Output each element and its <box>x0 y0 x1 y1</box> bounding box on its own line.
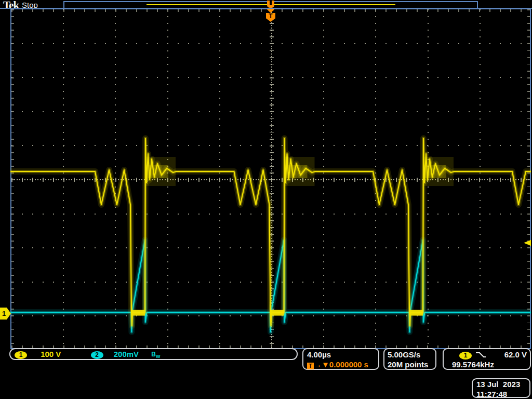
falling-edge-icon <box>475 351 486 358</box>
acquisition-readout-box: 5.00GS/s 20M points <box>383 348 436 370</box>
bandwidth-limit-indicator: BW <box>151 351 160 358</box>
channel-readout-box: 1 100 V 2 200mV BW <box>9 348 298 360</box>
trigger-source-badge: 1 <box>459 352 472 360</box>
record-length: 20M points <box>388 360 435 369</box>
trigger-delay-value: 0.000000 s <box>329 360 368 369</box>
ch1-badge: 1 <box>15 351 27 359</box>
ch2-badge: 2 <box>91 351 103 359</box>
ch2-scale: 200mV <box>114 350 139 358</box>
arrow-icon: → <box>314 360 322 369</box>
waveform-display <box>0 0 532 399</box>
trigger-level-value: 62.0 V <box>504 350 527 360</box>
marker-icon: ▼ <box>322 360 329 369</box>
trigger-delay-readout: T→▼0.000000 s <box>307 360 378 369</box>
sample-rate: 5.00GS/s <box>388 350 435 360</box>
date-text: 13 Jul 2023 <box>476 379 529 389</box>
trigger-delay-t-icon: T <box>307 363 314 369</box>
datetime-box: 13 Jul 2023 11:27:48 <box>472 378 530 398</box>
trigger-readout-box: 1 62.0 V 99.5764kHz <box>443 348 531 370</box>
horizontal-readout-box: 4.00µs T→▼0.000000 s <box>302 348 379 370</box>
trigger-frequency: 99.5764kHz <box>447 360 527 369</box>
ch1-scale: 100 V <box>41 350 61 358</box>
time-text: 11:27:48 <box>476 389 529 399</box>
horizontal-scale: 4.00µs <box>307 350 378 360</box>
